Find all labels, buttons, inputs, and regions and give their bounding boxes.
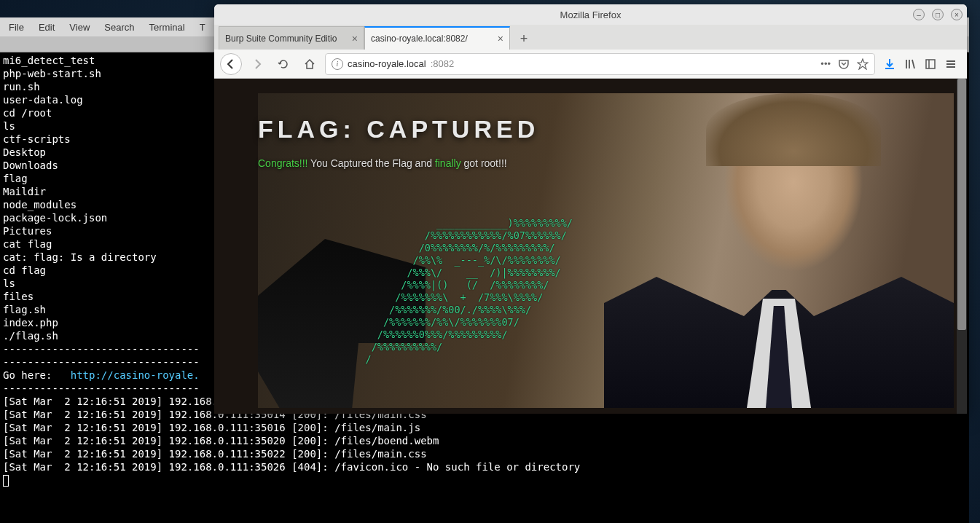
tab-label: Burp Suite Community Editio xyxy=(225,34,348,44)
menu-search[interactable]: Search xyxy=(98,19,140,36)
ascii-art: ____________)%%%%%%%%%/ /%%%%%%%%%%%%/%0… xyxy=(294,217,573,366)
back-button[interactable] xyxy=(220,53,242,75)
congrats-prefix: Congrats!!! xyxy=(258,157,307,169)
url-port: :8082 xyxy=(431,58,455,69)
tab-strip: Burp Suite Community Editio × casino-roy… xyxy=(214,25,967,50)
firefox-titlebar[interactable]: Mozilla Firefox – □ × xyxy=(214,4,967,25)
forward-button xyxy=(246,53,268,75)
go-here-url[interactable]: http://casino-royale. xyxy=(71,369,200,381)
library-icon[interactable] xyxy=(904,58,916,70)
tab-burp[interactable]: Burp Suite Community Editio × xyxy=(219,26,364,50)
page-background: FLAG: CAPTURED Congrats!!! You Captured … xyxy=(214,79,967,414)
menu-edit[interactable]: Edit xyxy=(33,19,60,36)
tab-label: casino-royale.local:8082/ xyxy=(371,34,493,44)
firefox-window: Mozilla Firefox – □ × Burp Suite Communi… xyxy=(214,4,967,414)
new-tab-button[interactable]: + xyxy=(513,28,535,50)
reload-icon xyxy=(278,58,289,70)
tab-close-icon[interactable]: × xyxy=(352,33,358,44)
congrats-suffix: got root!!! xyxy=(461,157,507,169)
menu-view[interactable]: View xyxy=(63,19,95,36)
terminal-sep: -------------------------------- xyxy=(3,382,200,394)
tab-close-icon[interactable]: × xyxy=(498,33,503,44)
bookmark-star-icon[interactable] xyxy=(857,58,869,70)
menu-tabs-cut[interactable]: T xyxy=(194,19,211,36)
menu-file[interactable]: File xyxy=(3,19,30,36)
nav-toolbar: i casino-royale.local:8082 ••• xyxy=(214,50,967,79)
maximize-button[interactable]: □ xyxy=(932,9,944,20)
go-here-label: Go here: xyxy=(3,369,71,381)
url-host: casino-royale.local xyxy=(348,58,426,69)
downloads-icon[interactable] xyxy=(884,58,895,70)
site-info-icon[interactable]: i xyxy=(332,58,343,70)
menu-terminal[interactable]: Terminal xyxy=(144,19,191,36)
arrow-right-icon xyxy=(251,58,263,70)
pocket-icon[interactable] xyxy=(838,58,850,70)
congrats-mid: You Captured the Flag and xyxy=(307,157,434,169)
flag-heading: FLAG: CAPTURED xyxy=(258,115,539,143)
congrats-finally: finally xyxy=(435,157,461,169)
tab-casino[interactable]: casino-royale.local:8082/ × xyxy=(364,26,510,50)
arrow-left-icon xyxy=(225,58,237,70)
congrats-line: Congrats!!! You Captured the Flag and fi… xyxy=(258,157,507,169)
terminal-output: mi6_detect_test php-web-start.sh run.sh … xyxy=(3,55,200,368)
window-controls: – □ × xyxy=(913,9,963,20)
hair-shape xyxy=(706,93,881,166)
home-button[interactable] xyxy=(299,53,321,75)
svg-rect-0 xyxy=(926,60,935,68)
url-bar[interactable]: i casino-royale.local:8082 ••• xyxy=(325,53,875,75)
reload-button[interactable] xyxy=(273,53,294,75)
toolbar-right xyxy=(879,58,961,70)
minimize-button[interactable]: – xyxy=(913,9,925,20)
close-button[interactable]: × xyxy=(951,9,963,20)
page-content[interactable]: FLAG: CAPTURED Congrats!!! You Captured … xyxy=(214,79,967,414)
home-icon xyxy=(304,58,315,70)
terminal-cursor xyxy=(3,475,9,487)
firefox-window-title: Mozilla Firefox xyxy=(560,9,622,20)
sidebar-icon[interactable] xyxy=(925,58,936,70)
scrollbar-thumb[interactable] xyxy=(957,79,966,330)
page-actions-icon[interactable]: ••• xyxy=(820,58,831,69)
menu-icon[interactable] xyxy=(945,58,957,70)
scrollbar[interactable] xyxy=(957,79,967,414)
